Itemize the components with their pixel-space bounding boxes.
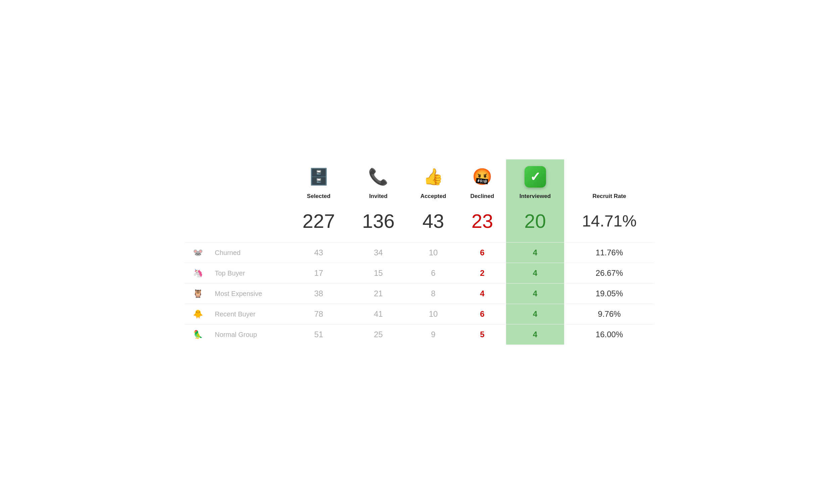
interviewed-icon-cell: ✓ bbox=[506, 159, 564, 190]
interviewed-label: Interviewed bbox=[506, 190, 564, 206]
angry-icon: 🤬 bbox=[472, 168, 492, 185]
accepted-label: Accepted bbox=[408, 190, 459, 206]
row-accepted: 9 bbox=[408, 324, 459, 345]
row-interviewed: 4 bbox=[506, 263, 564, 284]
row-label: Recent Buyer bbox=[211, 304, 289, 324]
row-invited: 34 bbox=[349, 242, 408, 263]
row-declined: 4 bbox=[459, 284, 506, 304]
totals-invited: 136 bbox=[349, 206, 408, 242]
selected-label: Selected bbox=[289, 190, 349, 206]
row-declined: 2 bbox=[459, 263, 506, 284]
table-row: 🦄 Top Buyer 17 15 6 2 4 26.67% bbox=[184, 263, 655, 284]
row-label: Normal Group bbox=[211, 324, 289, 345]
empty-cell-1 bbox=[184, 159, 211, 190]
empty-label-1 bbox=[184, 190, 211, 206]
table-row: 🦜 Normal Group 51 25 9 5 4 16.00% bbox=[184, 324, 655, 345]
row-selected: 78 bbox=[289, 304, 349, 324]
table-row: 🐭 Churned 43 34 10 6 4 11.76% bbox=[184, 242, 655, 263]
row-label: Most Expensive bbox=[211, 284, 289, 304]
row-accepted: 10 bbox=[408, 304, 459, 324]
accepted-icon-cell: 👍 bbox=[408, 159, 459, 190]
row-recruit-rate: 16.00% bbox=[564, 324, 655, 345]
checkmark-icon-box: ✓ bbox=[524, 166, 546, 187]
row-emoji: 🦜 bbox=[184, 324, 211, 345]
row-recruit-rate: 11.76% bbox=[564, 242, 655, 263]
row-selected: 17 bbox=[289, 263, 349, 284]
filing-cabinet-icon: 🗄️ bbox=[309, 168, 329, 185]
selected-icon-cell: 🗄️ bbox=[289, 159, 349, 190]
totals-recruit-rate: 14.71% bbox=[564, 206, 655, 242]
row-invited: 25 bbox=[349, 324, 408, 345]
row-emoji: 🦄 bbox=[184, 263, 211, 284]
totals-label bbox=[211, 206, 289, 242]
totals-row: 227 136 43 23 20 14.71% bbox=[184, 206, 655, 242]
totals-emoji bbox=[184, 206, 211, 242]
row-emoji: 🐭 bbox=[184, 242, 211, 263]
row-invited: 41 bbox=[349, 304, 408, 324]
totals-interviewed: 20 bbox=[506, 206, 564, 242]
invited-icon-cell: 📞 bbox=[349, 159, 408, 190]
row-recruit-rate: 19.05% bbox=[564, 284, 655, 304]
row-accepted: 8 bbox=[408, 284, 459, 304]
row-selected: 51 bbox=[289, 324, 349, 345]
recruitment-table: 🗄️ 📞 👍 🤬 ✓ Selected bbox=[184, 159, 655, 345]
row-label: Top Buyer bbox=[211, 263, 289, 284]
empty-cell-2 bbox=[211, 159, 289, 190]
row-recruit-rate: 26.67% bbox=[564, 263, 655, 284]
phone-icon: 📞 bbox=[368, 168, 388, 185]
table-row: 🐥 Recent Buyer 78 41 10 6 4 9.76% bbox=[184, 304, 655, 324]
invited-label: Invited bbox=[349, 190, 408, 206]
row-interviewed: 4 bbox=[506, 242, 564, 263]
row-invited: 15 bbox=[349, 263, 408, 284]
row-emoji: 🦉 bbox=[184, 284, 211, 304]
stats-table-container: 🗄️ 📞 👍 🤬 ✓ Selected bbox=[184, 159, 655, 345]
recruit-rate-icon-cell bbox=[564, 159, 655, 190]
row-emoji: 🐥 bbox=[184, 304, 211, 324]
header-icon-row: 🗄️ 📞 👍 🤬 ✓ bbox=[184, 159, 655, 190]
row-selected: 38 bbox=[289, 284, 349, 304]
row-label: Churned bbox=[211, 242, 289, 263]
row-recruit-rate: 9.76% bbox=[564, 304, 655, 324]
header-label-row: Selected Invited Accepted Declined Inter… bbox=[184, 190, 655, 206]
declined-icon-cell: 🤬 bbox=[459, 159, 506, 190]
row-interviewed: 4 bbox=[506, 324, 564, 345]
row-invited: 21 bbox=[349, 284, 408, 304]
thumbsup-icon: 👍 bbox=[423, 168, 443, 185]
empty-label-2 bbox=[211, 190, 289, 206]
declined-label: Declined bbox=[459, 190, 506, 206]
row-declined: 6 bbox=[459, 304, 506, 324]
row-declined: 6 bbox=[459, 242, 506, 263]
row-accepted: 6 bbox=[408, 263, 459, 284]
row-accepted: 10 bbox=[408, 242, 459, 263]
totals-declined: 23 bbox=[459, 206, 506, 242]
recruit-rate-label: Recruit Rate bbox=[564, 190, 655, 206]
table-row: 🦉 Most Expensive 38 21 8 4 4 19.05% bbox=[184, 284, 655, 304]
row-selected: 43 bbox=[289, 242, 349, 263]
row-interviewed: 4 bbox=[506, 284, 564, 304]
totals-accepted: 43 bbox=[408, 206, 459, 242]
totals-selected: 227 bbox=[289, 206, 349, 242]
row-interviewed: 4 bbox=[506, 304, 564, 324]
row-declined: 5 bbox=[459, 324, 506, 345]
